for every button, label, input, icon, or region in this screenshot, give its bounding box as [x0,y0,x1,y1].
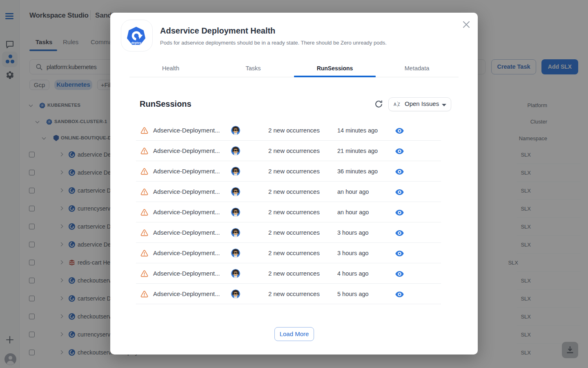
svg-text:Z: Z [398,102,400,107]
svg-text:deploy: deploy [131,41,141,45]
svg-text:A: A [394,102,396,107]
